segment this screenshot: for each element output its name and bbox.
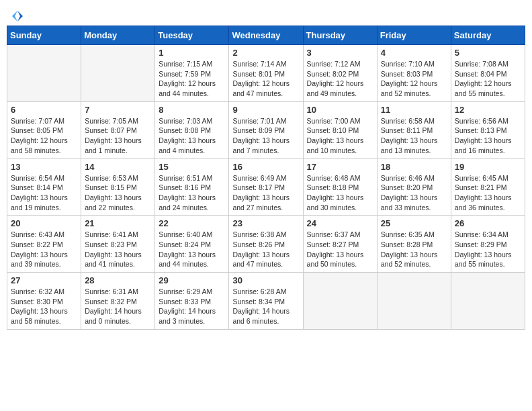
calendar-cell: 16Sunrise: 6:49 AM Sunset: 8:17 PM Dayli… xyxy=(229,158,303,216)
day-info: Sunrise: 6:34 AM Sunset: 8:29 PM Dayligh… xyxy=(455,230,521,269)
calendar-cell xyxy=(303,273,377,330)
calendar-cell: 10Sunrise: 7:00 AM Sunset: 8:10 PM Dayli… xyxy=(303,101,377,158)
day-number: 26 xyxy=(455,218,521,228)
calendar-cell: 25Sunrise: 6:35 AM Sunset: 8:28 PM Dayli… xyxy=(377,216,451,273)
day-header-saturday: Saturday xyxy=(451,26,525,45)
day-number: 21 xyxy=(85,218,151,228)
day-info: Sunrise: 7:03 AM Sunset: 8:08 PM Dayligh… xyxy=(159,116,225,156)
day-number: 11 xyxy=(381,105,447,115)
day-info: Sunrise: 6:35 AM Sunset: 8:28 PM Dayligh… xyxy=(381,230,447,269)
calendar-cell: 6Sunrise: 7:07 AM Sunset: 8:05 PM Daylig… xyxy=(7,101,81,158)
day-info: Sunrise: 7:07 AM Sunset: 8:05 PM Dayligh… xyxy=(11,116,77,156)
day-number: 24 xyxy=(307,218,373,228)
day-info: Sunrise: 7:01 AM Sunset: 8:09 PM Dayligh… xyxy=(232,116,299,156)
day-number: 30 xyxy=(232,275,299,285)
calendar-cell: 7Sunrise: 7:05 AM Sunset: 8:07 PM Daylig… xyxy=(81,101,155,158)
day-number: 19 xyxy=(455,162,521,172)
day-header-wednesday: Wednesday xyxy=(229,26,303,45)
day-number: 17 xyxy=(307,162,373,172)
day-info: Sunrise: 6:31 AM Sunset: 8:32 PM Dayligh… xyxy=(85,287,151,326)
day-info: Sunrise: 6:58 AM Sunset: 8:11 PM Dayligh… xyxy=(381,116,447,156)
calendar-cell: 27Sunrise: 6:32 AM Sunset: 8:30 PM Dayli… xyxy=(7,273,81,330)
calendar-cell: 1Sunrise: 7:15 AM Sunset: 7:59 PM Daylig… xyxy=(155,45,229,102)
day-info: Sunrise: 7:15 AM Sunset: 7:59 PM Dayligh… xyxy=(159,59,225,99)
calendar-cell: 8Sunrise: 7:03 AM Sunset: 8:08 PM Daylig… xyxy=(155,101,229,158)
calendar-cell: 12Sunrise: 6:56 AM Sunset: 8:13 PM Dayli… xyxy=(451,101,525,158)
calendar-cell xyxy=(451,273,525,330)
day-header-monday: Monday xyxy=(81,26,155,45)
week-row-2: 6Sunrise: 7:07 AM Sunset: 8:05 PM Daylig… xyxy=(7,101,525,158)
day-info: Sunrise: 6:46 AM Sunset: 8:20 PM Dayligh… xyxy=(381,173,447,213)
week-row-5: 27Sunrise: 6:32 AM Sunset: 8:30 PM Dayli… xyxy=(7,273,525,330)
calendar-cell: 2Sunrise: 7:14 AM Sunset: 8:01 PM Daylig… xyxy=(229,45,303,102)
page-header xyxy=(7,7,525,20)
calendar-cell: 26Sunrise: 6:34 AM Sunset: 8:29 PM Dayli… xyxy=(451,216,525,273)
calendar-cell: 24Sunrise: 6:37 AM Sunset: 8:27 PM Dayli… xyxy=(303,216,377,273)
calendar-cell: 29Sunrise: 6:29 AM Sunset: 8:33 PM Dayli… xyxy=(155,273,229,330)
day-number: 9 xyxy=(232,105,299,115)
calendar-body: 1Sunrise: 7:15 AM Sunset: 7:59 PM Daylig… xyxy=(7,45,525,330)
svg-marker-1 xyxy=(12,11,17,21)
day-info: Sunrise: 6:40 AM Sunset: 8:24 PM Dayligh… xyxy=(159,230,225,269)
calendar-cell: 5Sunrise: 7:08 AM Sunset: 8:04 PM Daylig… xyxy=(451,45,525,102)
calendar-cell xyxy=(7,45,81,102)
day-number: 6 xyxy=(11,105,77,115)
day-info: Sunrise: 6:43 AM Sunset: 8:22 PM Dayligh… xyxy=(11,230,77,269)
day-info: Sunrise: 6:54 AM Sunset: 8:14 PM Dayligh… xyxy=(11,173,77,213)
calendar-cell xyxy=(377,273,451,330)
calendar-cell: 11Sunrise: 6:58 AM Sunset: 8:11 PM Dayli… xyxy=(377,101,451,158)
day-number: 28 xyxy=(85,275,151,285)
calendar-cell: 3Sunrise: 7:12 AM Sunset: 8:02 PM Daylig… xyxy=(303,45,377,102)
week-row-4: 20Sunrise: 6:43 AM Sunset: 8:22 PM Dayli… xyxy=(7,216,525,273)
calendar-cell: 13Sunrise: 6:54 AM Sunset: 8:14 PM Dayli… xyxy=(7,158,81,216)
day-info: Sunrise: 6:56 AM Sunset: 8:13 PM Dayligh… xyxy=(455,116,521,156)
day-info: Sunrise: 6:53 AM Sunset: 8:15 PM Dayligh… xyxy=(85,173,151,213)
svg-marker-0 xyxy=(17,11,23,21)
day-header-friday: Friday xyxy=(377,26,451,45)
day-number: 3 xyxy=(307,48,373,58)
logo xyxy=(9,9,24,20)
day-info: Sunrise: 6:37 AM Sunset: 8:27 PM Dayligh… xyxy=(307,230,373,269)
day-info: Sunrise: 7:08 AM Sunset: 8:04 PM Dayligh… xyxy=(455,59,521,99)
calendar-cell: 28Sunrise: 6:31 AM Sunset: 8:32 PM Dayli… xyxy=(81,273,155,330)
calendar-cell: 19Sunrise: 6:45 AM Sunset: 8:21 PM Dayli… xyxy=(451,158,525,216)
calendar-cell: 22Sunrise: 6:40 AM Sunset: 8:24 PM Dayli… xyxy=(155,216,229,273)
day-info: Sunrise: 6:29 AM Sunset: 8:33 PM Dayligh… xyxy=(159,287,225,326)
calendar-cell: 21Sunrise: 6:41 AM Sunset: 8:23 PM Dayli… xyxy=(81,216,155,273)
day-info: Sunrise: 6:41 AM Sunset: 8:23 PM Dayligh… xyxy=(85,230,151,269)
day-number: 18 xyxy=(381,162,447,172)
week-row-3: 13Sunrise: 6:54 AM Sunset: 8:14 PM Dayli… xyxy=(7,158,525,216)
day-number: 8 xyxy=(159,105,225,115)
day-number: 27 xyxy=(11,275,77,285)
calendar-table: SundayMondayTuesdayWednesdayThursdayFrid… xyxy=(7,26,525,330)
calendar-cell: 18Sunrise: 6:46 AM Sunset: 8:20 PM Dayli… xyxy=(377,158,451,216)
day-info: Sunrise: 6:28 AM Sunset: 8:34 PM Dayligh… xyxy=(232,287,299,326)
day-info: Sunrise: 6:51 AM Sunset: 8:16 PM Dayligh… xyxy=(159,173,225,213)
day-number: 22 xyxy=(159,218,225,228)
day-header-thursday: Thursday xyxy=(303,26,377,45)
day-number: 7 xyxy=(85,105,151,115)
logo-icon xyxy=(11,9,24,23)
day-number: 10 xyxy=(307,105,373,115)
day-info: Sunrise: 6:48 AM Sunset: 8:18 PM Dayligh… xyxy=(307,173,373,213)
day-info: Sunrise: 6:45 AM Sunset: 8:21 PM Dayligh… xyxy=(455,173,521,213)
day-header-tuesday: Tuesday xyxy=(155,26,229,45)
day-info: Sunrise: 6:32 AM Sunset: 8:30 PM Dayligh… xyxy=(11,287,77,326)
day-info: Sunrise: 7:05 AM Sunset: 8:07 PM Dayligh… xyxy=(85,116,151,156)
day-number: 25 xyxy=(381,218,447,228)
calendar-cell: 14Sunrise: 6:53 AM Sunset: 8:15 PM Dayli… xyxy=(81,158,155,216)
day-info: Sunrise: 7:00 AM Sunset: 8:10 PM Dayligh… xyxy=(307,116,373,156)
day-number: 14 xyxy=(85,162,151,172)
day-info: Sunrise: 7:14 AM Sunset: 8:01 PM Dayligh… xyxy=(232,59,299,99)
day-number: 29 xyxy=(159,275,225,285)
calendar-cell: 30Sunrise: 6:28 AM Sunset: 8:34 PM Dayli… xyxy=(229,273,303,330)
calendar-cell: 4Sunrise: 7:10 AM Sunset: 8:03 PM Daylig… xyxy=(377,45,451,102)
day-number: 1 xyxy=(159,48,225,58)
day-info: Sunrise: 7:12 AM Sunset: 8:02 PM Dayligh… xyxy=(307,59,373,99)
day-number: 16 xyxy=(232,162,299,172)
day-number: 2 xyxy=(232,48,299,58)
calendar-cell: 15Sunrise: 6:51 AM Sunset: 8:16 PM Dayli… xyxy=(155,158,229,216)
day-number: 13 xyxy=(11,162,77,172)
day-info: Sunrise: 6:49 AM Sunset: 8:17 PM Dayligh… xyxy=(232,173,299,213)
day-number: 5 xyxy=(455,48,521,58)
